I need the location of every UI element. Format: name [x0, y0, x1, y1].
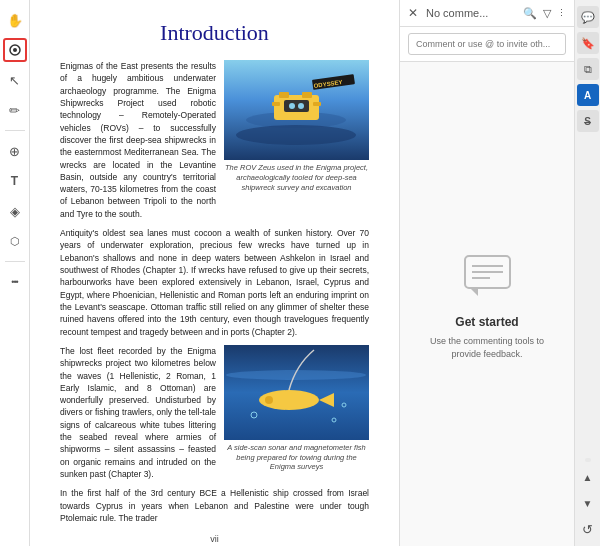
shape-tool[interactable]: ⬡: [3, 229, 27, 253]
divider-2: [5, 261, 25, 262]
right-side-toolbar: 💬 🔖 ⧉ A S ▲ ▼ ↺: [574, 0, 600, 546]
comment-input-area: [400, 27, 574, 62]
page-title: Introduction: [60, 20, 369, 46]
svg-rect-7: [302, 92, 312, 98]
svg-rect-10: [284, 100, 309, 112]
svg-marker-27: [470, 288, 478, 296]
left-toolbar: ✋ ↖ ✏ ⊕ T ◈ ⬡ •••: [0, 0, 30, 546]
svg-point-11: [289, 103, 295, 109]
svg-rect-6: [279, 92, 289, 98]
svg-point-4: [236, 125, 356, 145]
hand-tool[interactable]: ✋: [3, 8, 27, 32]
comments-panel: ✕ No comme... 🔍 ▽ ⋮ Get started Use the …: [399, 0, 574, 546]
svg-point-1: [13, 48, 17, 52]
document-area: Introduction: [30, 0, 399, 546]
get-started-area: Get started Use the commenting tools to …: [400, 62, 574, 546]
image-1-caption: The ROV Zeus used in the Enigma project,…: [224, 163, 369, 192]
image-2-caption: A side-scan sonar and magnetometer fish …: [224, 443, 369, 472]
copy-side-icon[interactable]: ⧉: [577, 58, 599, 80]
get-started-title: Get started: [455, 315, 518, 329]
cursor-tool[interactable]: ↖: [3, 68, 27, 92]
comments-title: No comme...: [426, 7, 517, 19]
svg-point-19: [265, 396, 273, 404]
image-2-block: A side-scan sonar and magnetometer fish …: [224, 345, 369, 479]
divider-1: [5, 130, 25, 131]
pencil-tool[interactable]: ✏: [3, 98, 27, 122]
scroll-up-icon[interactable]: ▲: [577, 466, 599, 488]
select-tool[interactable]: [3, 38, 27, 62]
para-2: Antiquity's oldest sea lanes must cocoon…: [60, 227, 369, 338]
comments-header: ✕ No comme... 🔍 ▽ ⋮: [400, 0, 574, 27]
comment-side-icon[interactable]: 💬: [577, 6, 599, 28]
stamp-tool[interactable]: ◈: [3, 199, 27, 223]
svg-point-12: [298, 103, 304, 109]
zoom-tool[interactable]: ⊕: [3, 139, 27, 163]
image-1: ODYSSEY: [224, 60, 369, 160]
menu-icon[interactable]: ⋮: [557, 8, 566, 18]
get-started-icon: [460, 248, 515, 303]
svg-rect-8: [272, 102, 280, 106]
svg-rect-9: [313, 102, 321, 106]
comment-input[interactable]: [408, 33, 566, 55]
document-body: ODYSSEY The ROV Zeus used in the Enigma …: [60, 60, 369, 524]
filter-icon[interactable]: ▽: [543, 7, 551, 20]
text-highlight-icon[interactable]: A: [577, 84, 599, 106]
image-1-block: ODYSSEY The ROV Zeus used in the Enigma …: [224, 60, 369, 199]
close-button[interactable]: ✕: [408, 6, 418, 20]
para-4: In the first half of the 3rd century BCE…: [60, 487, 369, 524]
page-number-bottom: vii: [60, 534, 369, 544]
text-tool[interactable]: T: [3, 169, 27, 193]
refresh-icon[interactable]: ↺: [577, 518, 599, 540]
bookmark-side-icon[interactable]: 🔖: [577, 32, 599, 54]
more-tool[interactable]: •••: [3, 270, 27, 294]
scroll-down-icon[interactable]: ▼: [577, 492, 599, 514]
get-started-desc: Use the commenting tools to provide feed…: [415, 335, 559, 360]
page-number-badge: [585, 458, 591, 462]
strikethrough-side-icon[interactable]: S: [577, 110, 599, 132]
image-2: [224, 345, 369, 440]
search-icon[interactable]: 🔍: [523, 7, 537, 20]
